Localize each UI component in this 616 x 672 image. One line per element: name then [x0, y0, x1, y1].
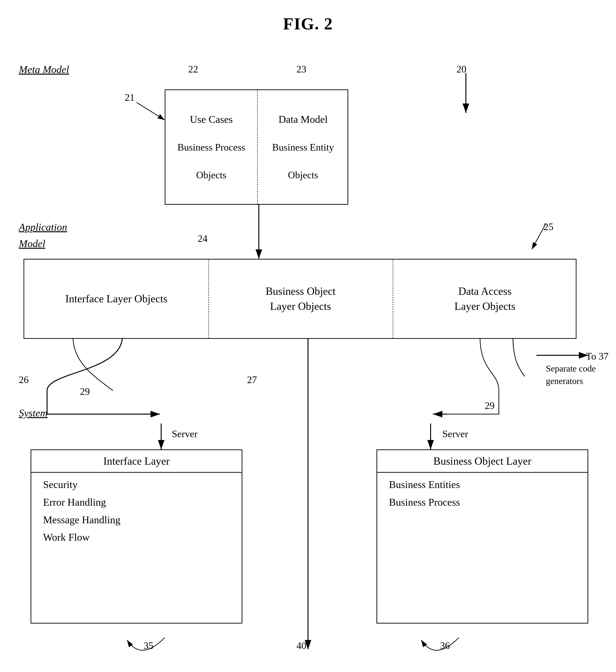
svg-line-4	[136, 102, 165, 120]
system-label: System	[19, 407, 48, 419]
label-29a: 29	[80, 386, 90, 397]
app-model-label-2: Model	[19, 238, 45, 250]
label-26: 26	[19, 374, 29, 385]
app-col3-text: Data Access Layer Objects	[454, 284, 515, 314]
label-23: 23	[296, 64, 306, 75]
label-25: 25	[544, 221, 553, 232]
app-col1-text: Interface Layer Objects	[65, 291, 167, 306]
label-40: 40	[296, 640, 306, 651]
meta-right-header: Data Model	[279, 112, 328, 127]
label-35: 35	[144, 640, 153, 651]
business-object-content: Business Entities Business Process	[389, 476, 460, 511]
label-21: 21	[125, 92, 135, 103]
meta-left-body2: Objects	[196, 168, 226, 182]
business-object-header: Business Object Layer	[377, 450, 588, 473]
business-line2: Business Process	[389, 494, 460, 511]
business-object-layer-box: Business Object Layer Business Entities …	[376, 449, 588, 624]
figure-title: FIG. 2	[0, 0, 616, 34]
interface-layer-header: Interface Layer	[31, 450, 242, 473]
app-col1: Interface Layer Objects	[24, 260, 208, 338]
label-20: 20	[456, 64, 466, 75]
app-model-box: Interface Layer Objects Business Object …	[24, 259, 576, 339]
interface-line4: Work Flow	[43, 529, 120, 546]
app-col2-text: Business Object Layer Objects	[266, 284, 336, 314]
meta-left-cell: Use Cases Business Process Objects	[165, 90, 257, 204]
meta-right-body2: Objects	[288, 168, 318, 182]
app-col3: Data Access Layer Objects	[393, 260, 577, 338]
meta-model-box: Use Cases Business Process Objects Data …	[165, 89, 348, 205]
interface-line2: Error Handling	[43, 494, 120, 511]
interface-layer-content: Security Error Handling Message Handling…	[43, 476, 120, 546]
label-36: 36	[440, 640, 450, 651]
interface-line3: Message Handling	[43, 511, 120, 529]
meta-right-body1: Business Entity	[272, 140, 334, 154]
label-27: 27	[247, 374, 257, 385]
label-29b: 29	[485, 400, 495, 411]
server-right-label: Server	[442, 428, 468, 440]
app-model-label-1: Application	[19, 221, 67, 233]
to37-label: To 37	[586, 351, 608, 362]
separate-code-label: Separate code generators	[546, 362, 612, 387]
label-24: 24	[198, 233, 208, 244]
interface-line1: Security	[43, 476, 120, 494]
interface-layer-box: Interface Layer Security Error Handling …	[31, 449, 242, 624]
meta-model-label: Meta Model	[19, 64, 69, 76]
server-left-label: Server	[172, 428, 198, 440]
meta-left-body1: Business Process	[177, 140, 245, 154]
app-col2: Business Object Layer Objects	[208, 260, 393, 338]
label-22: 22	[188, 64, 198, 75]
meta-left-header: Use Cases	[190, 112, 233, 127]
business-line1: Business Entities	[389, 476, 460, 494]
meta-right-cell: Data Model Business Entity Objects	[257, 90, 349, 204]
